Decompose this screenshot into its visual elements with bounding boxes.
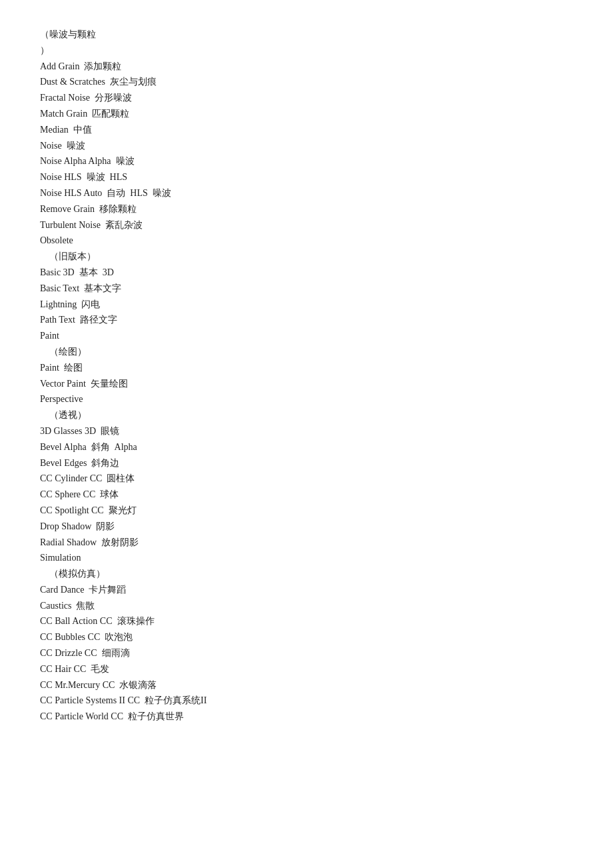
list-item: CC Drizzle CC 细雨滴 [40,645,573,661]
list-item: Paint 绘图 [40,360,573,376]
list-item: Add Grain 添加颗粒 [40,59,573,75]
list-item: Fractal Noise 分形噪波 [40,90,573,106]
list-item: Noise 噪波 [40,138,573,154]
list-item: Perspective [40,391,573,407]
list-item: CC Mr.Mercury CC 水银滴落 [40,677,573,693]
list-item: CC Sphere CC 球体 [40,487,573,503]
list-item: Noise HLS Auto 自动 HLS 噪波 [40,185,573,201]
list-item: Bevel Alpha 斜角 Alpha [40,439,573,455]
list-item: Noise HLS 噪波 HLS [40,169,573,185]
list-item: Match Grain 匹配颗粒 [40,106,573,122]
list-item: Path Text 路径文字 [40,312,573,328]
list-item: Drop Shadow 阴影 [40,519,573,535]
list-item: （旧版本） [40,249,573,265]
list-item: Lightning 闪电 [40,297,573,313]
list-item: Remove Grain 移除颗粒 [40,201,573,217]
list-item: （透视） [40,407,573,423]
list-item: Radial Shadow 放射阴影 [40,535,573,551]
list-item: Simulation [40,550,573,566]
list-item: Dust & Scratches 灰尘与划痕 [40,74,573,90]
list-item: CC Cylinder CC 圆柱体 [40,471,573,487]
list-item: Median 中值 [40,122,573,138]
list-item: Paint [40,328,573,344]
list-item: Noise Alpha Alpha 噪波 [40,153,573,169]
list-item: （模拟仿真） [40,566,573,582]
list-item: CC Particle Systems II CC 粒子仿真系统II [40,693,573,709]
list-item: 3D Glasses 3D 眼镜 [40,423,573,439]
list-item: ） [40,43,573,59]
list-item: CC Bubbles CC 吹泡泡 [40,629,573,645]
list-item: Vector Paint 矢量绘图 [40,376,573,392]
list-item: CC Ball Action CC 滚珠操作 [40,613,573,629]
list-item: CC Hair CC 毛发 [40,661,573,677]
list-item: CC Spotlight CC 聚光灯 [40,503,573,519]
list-item: （噪波与颗粒 [40,27,573,43]
list-item: Basic Text 基本文字 [40,281,573,297]
list-item: Bevel Edges 斜角边 [40,455,573,471]
list-item: Caustics 焦散 [40,598,573,614]
list-item: （绘图） [40,344,573,360]
list-item: Obsolete [40,233,573,249]
list-item: CC Particle World CC 粒子仿真世界 [40,709,573,725]
list-item: Card Dance 卡片舞蹈 [40,582,573,598]
list-item: Turbulent Noise 紊乱杂波 [40,217,573,233]
content-list: （噪波与颗粒）Add Grain 添加颗粒Dust & Scratches 灰尘… [40,27,573,725]
list-item: Basic 3D 基本 3D [40,265,573,281]
